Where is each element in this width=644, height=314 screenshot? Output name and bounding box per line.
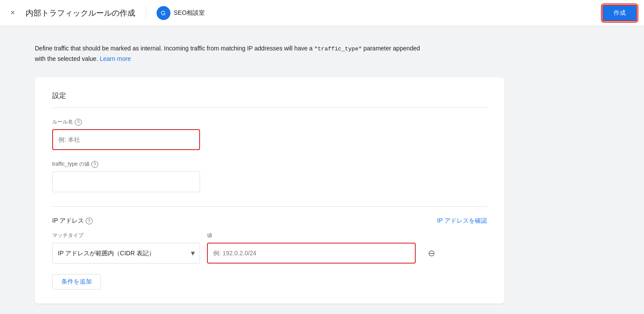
ip-condition-row: マッチタイプ IP アドレスが範囲内（CIDR 表記） IP アドレスが次と等し… [52,232,487,264]
match-type-select-wrapper: IP アドレスが範囲内（CIDR 表記） IP アドレスが次と等しい ▾ [52,243,200,264]
app-header: × 内部トラフィックルールの作成 G SEO相談室 作成 [0,0,644,26]
description-text: Define traffic that should be marked as … [35,43,426,63]
value-input[interactable] [207,243,416,264]
page-title: 内部トラフィックルールの作成 [26,8,135,18]
ip-confirm-link[interactable]: IP アドレスを確認 [437,217,487,225]
add-condition-button[interactable]: 条件を追加 [52,274,101,290]
match-type-label: マッチタイプ [52,232,200,239]
rule-name-label: ルール名 ? [52,118,487,126]
header-divider [146,7,146,20]
settings-card: 設定 ルール名 ? traffic_type の値 ? internal IP … [35,77,504,304]
close-button[interactable]: × [7,7,19,19]
main-content: Define traffic that should be marked as … [0,26,644,314]
rule-name-input[interactable] [52,129,200,150]
traffic-type-group: traffic_type の値 ? internal [52,160,487,192]
traffic-type-input[interactable]: internal [52,171,200,192]
rule-name-group: ルール名 ? [52,118,487,150]
remove-condition-button[interactable]: ⊖ [423,243,440,264]
ip-section-header: IP アドレス ? IP アドレスを確認 [52,217,487,225]
match-type-select[interactable]: IP アドレスが範囲内（CIDR 表記） IP アドレスが次と等しい [52,243,200,264]
value-group: 値 [207,232,416,264]
account-section: G SEO相談室 [157,6,205,20]
value-label: 値 [207,232,416,239]
account-name: SEO相談室 [174,9,205,17]
create-button[interactable]: 作成 [602,5,637,21]
learn-more-link[interactable]: Learn more [100,55,131,62]
account-icon: G [157,6,170,20]
ip-section-title: IP アドレス ? [52,217,93,225]
match-type-group: マッチタイプ IP アドレスが範囲内（CIDR 表記） IP アドレスが次と等し… [52,232,200,264]
traffic-type-help-icon[interactable]: ? [91,161,98,168]
card-section-title: 設定 [52,91,487,108]
traffic-type-label: traffic_type の値 ? [52,160,487,168]
ip-section: IP アドレス ? IP アドレスを確認 マッチタイプ IP アドレスが範囲内（… [52,206,487,290]
account-info: SEO相談室 [174,9,205,17]
rule-name-help-icon[interactable]: ? [75,119,82,126]
ip-help-icon[interactable]: ? [86,217,93,224]
